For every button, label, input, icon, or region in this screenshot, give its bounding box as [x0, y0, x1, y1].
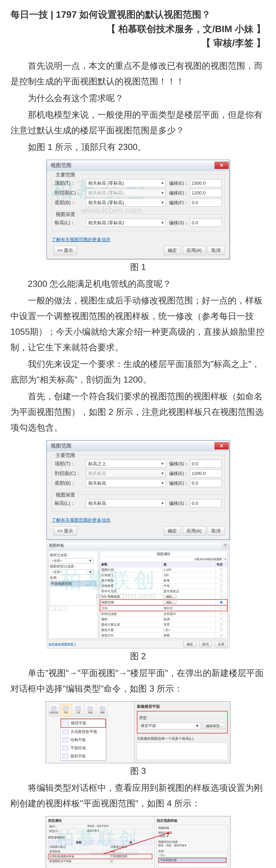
type-combo[interactable]: 楼层平面▼ — [139, 722, 201, 729]
value-cell[interactable]: 楼层平面▼ — [86, 829, 152, 834]
include-checkbox[interactable] — [220, 607, 222, 609]
label-bottom: 底部(B)： — [55, 199, 86, 206]
help-link[interactable]: 了解有关视图范围的更多信息 — [52, 517, 110, 523]
tool-icon[interactable] — [61, 607, 66, 611]
chevron-down-icon: ▼ — [161, 181, 164, 185]
offset-bottom[interactable]: 0.0 — [190, 479, 222, 487]
ribbon-button[interactable]: 立面 — [73, 704, 83, 716]
tool-icon[interactable] — [50, 607, 55, 611]
combo-level[interactable]: 相关标高 (零标高)▼ — [86, 219, 166, 227]
close-icon[interactable]: ✕ — [215, 162, 229, 169]
offset-top[interactable]: 0.0 — [190, 460, 222, 468]
include-checkbox[interactable] — [220, 568, 222, 571]
include-checkbox[interactable] — [220, 634, 222, 637]
value-cell[interactable]: 100 — [162, 572, 215, 578]
value-cell[interactable]: 1:100 — [162, 567, 215, 572]
help-link[interactable]: 如何修改视图样板？ — [49, 642, 181, 646]
value-cell[interactable]: 平面视图范围 — [110, 854, 152, 859]
offset-level[interactable]: 0.0 — [190, 219, 222, 227]
template-list-item[interactable]: 平面视图范围 — [50, 581, 96, 587]
param-cell: 详图索引标记 — [48, 845, 110, 849]
ribbon-button[interactable]: 剖面 — [85, 704, 95, 716]
viewtype-filter-combo[interactable]: <全部>▼ — [50, 569, 93, 575]
edit-button[interactable]: 编辑... — [164, 600, 176, 604]
cancel-button[interactable]: 取消 — [199, 641, 212, 647]
value-cell[interactable]: 显示原状态 — [162, 589, 215, 594]
param-cell: 阶段过滤器 — [100, 611, 162, 617]
include-checkbox[interactable] — [220, 590, 222, 592]
close-icon[interactable]: ✕ — [222, 544, 228, 547]
flyout-item[interactable]: 面积平面 — [61, 752, 106, 761]
figure-caption: 图 3 — [10, 765, 266, 777]
figure-3: 详细信息平面立面剖面绘图 楼层平面天花板投影平面结构平面平面区域面积平面 新建楼… — [46, 701, 230, 763]
tool-icon[interactable] — [55, 607, 60, 611]
value-cell[interactable]: 中等 — [162, 583, 215, 589]
param-cell: 视图范围 — [100, 600, 162, 606]
flyout-item[interactable]: 结构平面 — [61, 736, 106, 744]
offset-cut[interactable]: 1200.0 — [190, 469, 222, 477]
apply-button[interactable]: 应用 — [215, 641, 228, 647]
combo-bottom[interactable]: 相关标高 (零标高)▼ — [86, 198, 166, 207]
include-checkbox[interactable] — [220, 585, 222, 587]
value-cell[interactable]: 俯视 — [162, 633, 215, 638]
value-cell[interactable]: 系统族：楼层平面▼ — [86, 824, 152, 829]
flyout-item[interactable]: 楼层平面 — [61, 719, 106, 728]
offset-level[interactable]: 0.0 — [190, 499, 222, 507]
include-checkbox[interactable] — [220, 595, 222, 598]
discipline-filter-combo[interactable]: <全部>▼ — [50, 558, 93, 563]
label-bottom: 底部(B)： — [55, 480, 86, 487]
combo-level[interactable]: 相关标高▼ — [86, 499, 166, 507]
offset-cut[interactable]: 1200.0 — [190, 189, 222, 197]
include-checkbox[interactable] — [220, 601, 222, 603]
help-link[interactable]: 了解有关视图范围的更多信息 — [52, 237, 110, 243]
combo-bottom[interactable]: 相关标高▼ — [86, 479, 166, 487]
combo-top[interactable]: 相关标高 (零标高)▼ — [86, 179, 166, 187]
paragraph: 那机电模型来说，一般使用的平面类型是楼层平面，但是你有注意过默认生成的楼层平面视… — [10, 107, 266, 138]
ribbon-button[interactable]: 绘图 — [97, 704, 108, 716]
value-cell[interactable]: 协调 — [162, 617, 215, 622]
ok-button[interactable]: 确定 — [164, 246, 181, 255]
list-item[interactable]: 平面视图范围 — [159, 858, 226, 863]
value-cell[interactable]: 编辑... — [162, 600, 215, 606]
value-cell[interactable]: 编辑... — [162, 594, 215, 600]
ribbon-button[interactable]: 详细信息 — [48, 704, 59, 716]
combo-top[interactable]: 标高之上▼ — [86, 460, 166, 468]
offset-bottom[interactable]: 0.0 — [190, 198, 222, 207]
value-cell[interactable]: 项目北 — [162, 606, 215, 611]
label-offset: 偏移(E)： — [169, 470, 190, 476]
ribbon-button[interactable]: 平面 — [60, 704, 71, 716]
include-checkbox[interactable] — [220, 618, 222, 620]
close-icon[interactable]: ✕ — [215, 442, 229, 450]
value-cell[interactable]: ☑ — [110, 859, 152, 864]
value-cell[interactable]: 全部显示 — [162, 611, 215, 617]
include-checkbox[interactable] — [220, 574, 222, 576]
discipline-filter-combo[interactable]: <全部>▼ — [158, 835, 227, 839]
show-button[interactable]: << 显示 — [53, 246, 77, 255]
flyout-item[interactable]: 平面区域 — [61, 744, 106, 752]
include-checkbox[interactable] — [220, 613, 222, 615]
col-include: 包含 — [215, 562, 227, 567]
apply-button[interactable]: 应用(A) — [183, 526, 206, 535]
offset-top[interactable]: 2300.0 — [190, 179, 222, 187]
edit-button[interactable]: 编辑... — [164, 595, 176, 598]
value-cell[interactable]: <无> — [162, 627, 215, 633]
include-checkbox[interactable] — [220, 579, 222, 582]
list-item[interactable]: <无> — [159, 853, 226, 858]
viewtype-filter-combo[interactable]: 楼层、结构、面积平面▼ — [158, 844, 227, 848]
include-checkbox[interactable] — [220, 623, 222, 626]
level-listbox[interactable] — [137, 742, 228, 760]
value-cell[interactable]: 详图索引标头 — [110, 845, 152, 849]
flyout-item[interactable]: 天花板投影平面 — [61, 728, 106, 736]
ok-button[interactable]: 确定 — [164, 526, 181, 535]
ok-button[interactable]: 确定 — [184, 641, 196, 647]
value-cell[interactable]: 背景 — [162, 622, 215, 627]
cancel-button[interactable]: 取消 — [208, 526, 224, 535]
show-button[interactable]: << 显示 — [53, 526, 77, 535]
value-cell[interactable]: 标准 — [162, 578, 215, 583]
include-checkbox[interactable] — [220, 629, 222, 631]
cancel-button[interactable]: 取消 — [208, 246, 224, 255]
edit-type-button[interactable]: 编辑类型... — [203, 723, 226, 729]
chevron-down-icon: ▼ — [161, 501, 164, 505]
dialog-title: 新建楼层平面 — [137, 704, 228, 709]
apply-button[interactable]: 应用(A) — [183, 246, 206, 255]
